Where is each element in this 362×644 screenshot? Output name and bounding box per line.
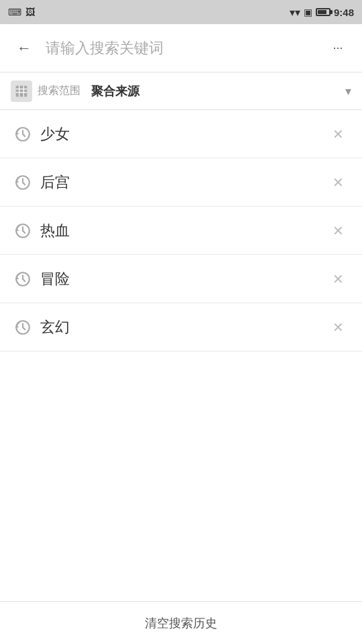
delete-button[interactable]: ✕ — [324, 314, 351, 341]
history-icon — [11, 170, 35, 195]
back-icon: ← — [17, 40, 32, 57]
filter-bar: 搜索范围 聚合来源 ▾ — [0, 72, 362, 110]
history-icon — [11, 122, 35, 146]
battery-icon — [316, 8, 330, 16]
delete-button[interactable]: ✕ — [324, 217, 351, 244]
delete-button[interactable]: ✕ — [324, 121, 351, 148]
filter-scope-label: 搜索范围 — [38, 84, 80, 98]
history-item-text: 少女 — [40, 124, 324, 144]
dropdown-icon[interactable]: ▾ — [345, 84, 351, 99]
status-icons-right: ▾▾ ▣ 9:48 — [290, 6, 354, 19]
history-item-text: 玄幻 — [40, 317, 324, 337]
status-time: 9:48 — [334, 7, 354, 18]
list-item[interactable]: 玄幻 ✕ — [0, 303, 362, 352]
status-bar-left: ⌨ 🖼 — [8, 7, 35, 17]
top-bar: ← 请输入搜索关键词 ··· — [0, 24, 362, 72]
delete-button[interactable]: ✕ — [324, 266, 351, 292]
list-item[interactable]: 后宫 ✕ — [0, 158, 362, 207]
search-input[interactable]: 请输入搜索关键词 — [38, 38, 324, 58]
history-list: 少女 ✕ 后宫 ✕ 热血 — [0, 110, 362, 601]
bottom-bar[interactable]: 清空搜索历史 — [0, 601, 362, 644]
status-bar: ⌨ 🖼 ▾▾ ▣ 9:48 — [0, 0, 362, 24]
history-icon — [11, 315, 35, 339]
history-icon — [11, 219, 35, 243]
list-item[interactable]: 冒险 ✕ — [0, 255, 362, 303]
svg-rect-0 — [16, 85, 27, 97]
history-item-text: 后宫 — [40, 172, 324, 193]
more-button[interactable]: ··· — [324, 35, 351, 62]
filter-icon-box — [11, 80, 32, 102]
back-button[interactable]: ← — [11, 35, 38, 62]
clear-history-label: 清空搜索历史 — [145, 615, 217, 631]
history-icon — [11, 267, 35, 291]
signal-icon: ▣ — [304, 7, 312, 17]
delete-button[interactable]: ✕ — [324, 169, 351, 196]
history-item-text: 热血 — [40, 221, 324, 241]
keyboard-icon: ⌨ — [8, 7, 21, 17]
more-icon: ··· — [333, 41, 343, 55]
list-item[interactable]: 热血 ✕ — [0, 207, 362, 255]
list-item[interactable]: 少女 ✕ — [0, 110, 362, 158]
map-icon — [15, 85, 28, 98]
image-icon: 🖼 — [25, 7, 35, 17]
wifi-icon: ▾▾ — [290, 6, 300, 19]
history-item-text: 冒险 — [40, 269, 324, 289]
filter-source-label: 聚合来源 — [91, 83, 345, 99]
